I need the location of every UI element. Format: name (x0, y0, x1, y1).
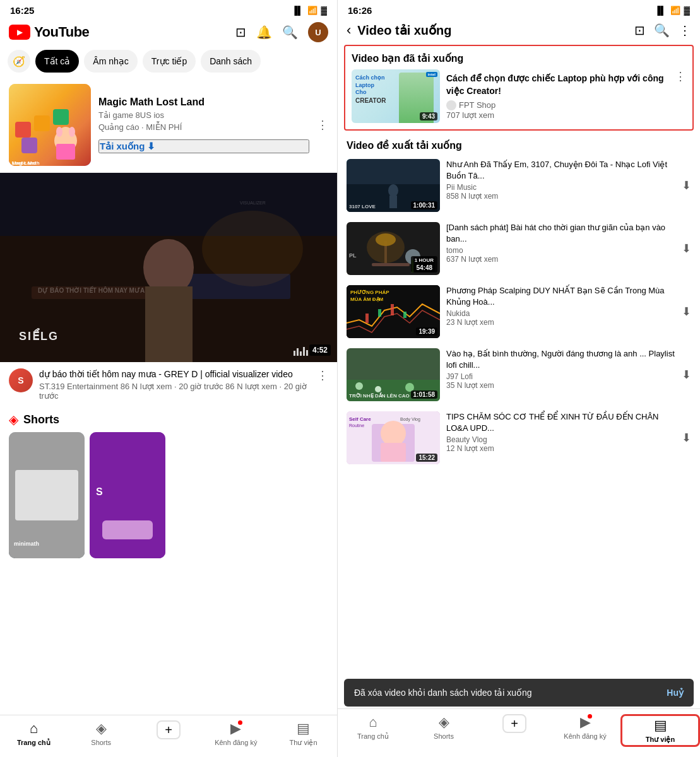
short-card-2[interactable]: S (90, 432, 165, 558)
right-shorts-label: Shorts (434, 732, 454, 740)
vli-views-5: 12 N lượt xem (446, 444, 675, 453)
svg-rect-45 (403, 312, 406, 318)
filter-music[interactable]: Âm nhạc (84, 50, 137, 73)
ad-more-icon[interactable]: ⋮ (317, 118, 328, 132)
vli-duration-4: 1:01:58 (411, 390, 437, 399)
pl-label-icon: PL (349, 252, 357, 259)
svg-text:minimath: minimath (14, 541, 39, 547)
list-item: Self Care Routine Body Vlog 15:22 TIPS C… (338, 406, 700, 469)
right-nav-shorts[interactable]: ◈ Shorts (408, 714, 479, 747)
downloaded-section-title: Video bạn đã tải xuống (352, 52, 686, 64)
vli-channel-1: Pii Music (446, 183, 675, 192)
nav-create[interactable]: + (135, 720, 203, 747)
video-stats: 86 N lượt xem · 20 giờ trước (121, 382, 223, 391)
vli-channel-3: Nukida (446, 309, 675, 318)
vli-download-4[interactable]: ⬇ (682, 368, 691, 382)
right-search-icon[interactable]: 🔍 (654, 23, 670, 38)
filter-playlist[interactable]: Danh sách (201, 50, 261, 73)
dl-channel-avatar (446, 100, 456, 110)
nav-home[interactable]: ⌂ Trang chủ (0, 720, 68, 747)
vli-download-1[interactable]: ⬇ (682, 179, 691, 192)
right-library-icon: ▤ (654, 717, 667, 734)
youtube-logo: YouTube (9, 24, 89, 40)
svg-text:TRỜI NHẸ DẦN LÊN CAO: TRỜI NHẸ DẦN LÊN CAO (349, 392, 410, 399)
vli-download-2[interactable]: ⬇ (682, 242, 691, 255)
ad-title: Magic Math Lost Land (98, 97, 309, 108)
right-wifi-icon: 📶 (670, 6, 680, 15)
list-item: 3107 LOVE 1:00:31 Như Anh Đã Thấy Em, 31… (338, 154, 700, 217)
short-card-1[interactable]: ⋮ minimath (9, 432, 85, 558)
create-icon[interactable]: + (157, 720, 181, 739)
right-create-icon[interactable]: + (502, 714, 526, 733)
back-button[interactable]: ‹ (347, 22, 351, 38)
right-more-icon[interactable]: ⋮ (679, 23, 691, 38)
snackbar-undo-button[interactable]: Huỷ (667, 688, 684, 698)
vli-thumb-2[interactable]: PL 1 HOUR 54:48 (347, 222, 440, 275)
svg-point-55 (381, 421, 406, 446)
shorts-section: ◈ Shorts ⋮ minimath S (0, 407, 337, 561)
bell-icon[interactable]: 🔔 (256, 25, 272, 40)
right-library-label: Thư viện (646, 736, 675, 744)
video-more-icon[interactable]: ⋮ (317, 368, 328, 382)
nav-shorts[interactable]: ◈ Shorts (68, 720, 135, 747)
svg-point-9 (69, 127, 75, 137)
shorts-title: Shorts (23, 413, 59, 426)
explore-chip[interactable]: 🧭 (8, 50, 30, 73)
channel-avatar: S (9, 368, 33, 392)
right-bottom-nav: ⌂ Trang chủ ◈ Shorts + ▶ Kênh đăng ký ▤ … (338, 708, 700, 757)
vli-download-3[interactable]: ⬇ (682, 305, 691, 319)
vli-duration-2: 1 HOUR 54:48 (411, 256, 437, 273)
svg-text:MÙA ÂM ĐẠM: MÙA ÂM ĐẠM (350, 296, 384, 302)
downloaded-thumb[interactable]: Cách chọnLaptopCho CREATOR intel 9:43 (352, 69, 440, 123)
right-status-icons: ▐▌ 📶 ▓ (655, 6, 690, 15)
right-header-icons: ⊡ 🔍 ⋮ (634, 23, 691, 38)
vli-thumb-3[interactable]: PHƯƠNG PHÁP MÙA ÂM ĐẠM 19:39 (347, 285, 440, 338)
vli-thumb-5[interactable]: Self Care Routine Body Vlog 15:22 (347, 411, 440, 464)
shorts-logo-icon: ◈ (9, 412, 18, 427)
vli-thumb-1[interactable]: 3107 LOVE 1:00:31 (347, 159, 440, 212)
vli-info-1: Như Anh Đã Thấy Em, 3107, Chuyện Đôi Ta … (446, 159, 675, 201)
svg-text:DỰ BÁO THỜI TIẾT HÔM NAY MƯA: DỰ BÁO THỜI TIẾT HÔM NAY MƯA (38, 286, 145, 294)
dl-title: Cách để chọn được chiếc Laptop phù hợp v… (446, 73, 668, 97)
vli-channel-4: J97 Lofi (446, 372, 675, 381)
vli-title-2: [Danh sách phát] Bài hát cho thời gian t… (446, 222, 675, 245)
filter-live[interactable]: Trực tiếp (143, 50, 196, 73)
left-header: YouTube ⊡ 🔔 🔍 U (0, 18, 337, 47)
vli-download-5[interactable]: ⬇ (682, 431, 691, 445)
right-nav-subscriptions[interactable]: ▶ Kênh đăng ký (550, 714, 620, 747)
svg-point-36 (367, 232, 405, 263)
vli-info-3: Phương Pháp Scalping DUY NHẤT Bạn Sẽ Cần… (446, 285, 675, 327)
svg-text:Self Care: Self Care (349, 416, 371, 422)
svg-rect-6 (56, 144, 75, 160)
cast-icon[interactable]: ⊡ (235, 25, 246, 40)
dl-more-icon[interactable]: ⋮ (675, 69, 686, 83)
svg-rect-4 (21, 138, 37, 153)
nav-subscriptions[interactable]: ▶ Kênh đăng ký (202, 720, 270, 747)
header-icons: ⊡ 🔔 🔍 U (235, 22, 328, 42)
filter-all[interactable]: Tất cả (35, 50, 79, 73)
right-nav-home[interactable]: ⌂ Trang chủ (338, 714, 408, 747)
vli-thumb-4[interactable]: TRỜI NHẸ DẦN LÊN CAO 1:01:58 (347, 348, 440, 401)
nav-library[interactable]: ▤ Thư viện (270, 720, 337, 747)
ad-thumbnail: Magic Math Lost Land (9, 84, 91, 166)
hero-video-info: S dự báo thời tiết hôm nay mưa - GREY D … (0, 362, 337, 407)
video-channel-meta: ST.319 Entertainment 86 N lượt xem · 20 … (39, 382, 311, 401)
right-cast-icon[interactable]: ⊡ (634, 23, 645, 38)
svg-point-18 (202, 211, 303, 286)
suggested-title: Video đề xuất tải xuống (338, 136, 700, 154)
dl-info: Cách để chọn được chiếc Laptop phù hợp v… (446, 73, 668, 119)
svg-point-29 (388, 184, 398, 197)
search-icon[interactable]: 🔍 (282, 25, 298, 40)
right-nav-create[interactable]: + (479, 714, 550, 747)
svg-point-8 (56, 127, 62, 137)
svg-text:PHƯƠNG PHÁP: PHƯƠNG PHÁP (350, 290, 389, 295)
svg-rect-26 (102, 520, 153, 539)
signal-icon: ▐▌ (292, 6, 303, 15)
ad-download-button[interactable]: Tải xuống ⬇ (98, 139, 309, 153)
youtube-icon (9, 25, 30, 40)
hero-video[interactable]: DỰ BÁO THỜI TIẾT HÔM NAY MƯA VISUALIZER … (0, 173, 337, 362)
downloaded-video: Cách chọnLaptopCho CREATOR intel 9:43 Cá… (352, 69, 686, 123)
avatar[interactable]: U (308, 22, 328, 42)
svg-rect-44 (391, 304, 394, 315)
right-nav-library[interactable]: ▤ Thư viện (620, 714, 700, 747)
